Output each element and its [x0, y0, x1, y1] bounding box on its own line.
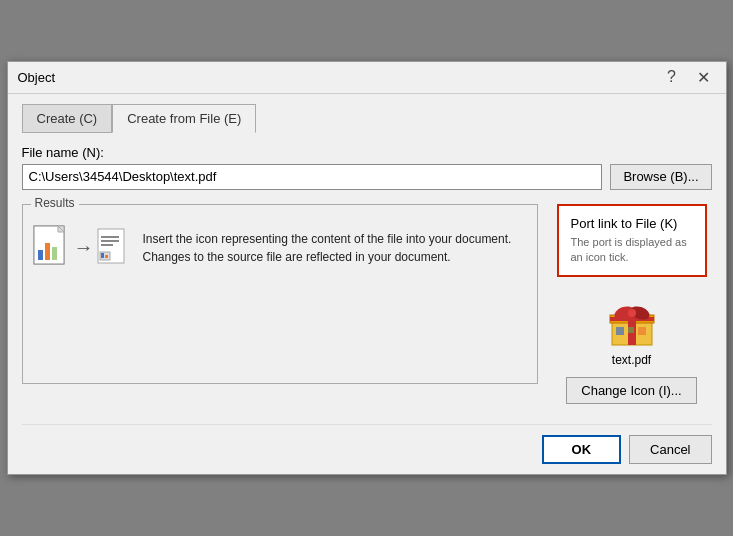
svg-rect-8 [101, 240, 119, 242]
dest-doc-icon [97, 228, 129, 268]
svg-rect-22 [638, 327, 646, 335]
tab-bar: Create (C) Create from File (E) [22, 104, 712, 133]
dialog-body: Create (C) Create from File (E) File nam… [8, 94, 726, 475]
title-bar: Object ? ✕ [8, 62, 726, 94]
file-preview-name: text.pdf [612, 353, 651, 367]
svg-rect-3 [45, 243, 50, 260]
results-label: Results [31, 196, 79, 210]
file-name-row: Browse (B)... [22, 164, 712, 190]
results-box: Results [22, 204, 538, 384]
svg-rect-7 [101, 236, 119, 238]
close-button[interactable]: ✕ [692, 65, 716, 89]
svg-rect-4 [52, 247, 57, 260]
help-button[interactable]: ? [660, 65, 684, 89]
results-icon: → [33, 225, 129, 271]
svg-rect-12 [105, 255, 108, 258]
arrow-icon: → [74, 236, 94, 259]
svg-rect-11 [101, 253, 104, 258]
svg-rect-9 [101, 244, 113, 246]
svg-rect-2 [38, 250, 43, 260]
svg-point-19 [628, 309, 636, 317]
source-doc-icon [33, 225, 71, 271]
object-dialog: Object ? ✕ Create (C) Create from File (… [7, 61, 727, 476]
file-name-label: File name (N): [22, 145, 712, 160]
svg-rect-21 [628, 327, 634, 333]
results-content: → Insert the icon re [33, 215, 527, 271]
port-link-box: Port link to File (K) The port is displa… [557, 204, 707, 278]
right-panel: Port link to File (K) The port is displa… [552, 204, 712, 405]
dialog-title: Object [18, 70, 56, 85]
file-preview: text.pdf [606, 297, 658, 367]
results-description: Insert the icon representing the content… [143, 230, 527, 266]
content-row: Results [22, 204, 712, 405]
change-icon-button[interactable]: Change Icon (I)... [566, 377, 696, 404]
ok-button[interactable]: OK [542, 435, 622, 464]
title-bar-controls: ? ✕ [660, 65, 716, 89]
bottom-button-row: OK Cancel [22, 424, 712, 464]
tab-create-from-file[interactable]: Create from File (E) [112, 104, 256, 133]
file-name-input[interactable] [22, 164, 603, 190]
file-type-icon [606, 297, 658, 349]
cancel-button[interactable]: Cancel [629, 435, 711, 464]
port-link-description: The port is displayed as an icon tick. [571, 235, 693, 266]
browse-button[interactable]: Browse (B)... [610, 164, 711, 190]
tab-create[interactable]: Create (C) [22, 104, 113, 133]
port-link-title: Port link to File (K) [571, 216, 693, 231]
svg-rect-20 [616, 327, 624, 335]
